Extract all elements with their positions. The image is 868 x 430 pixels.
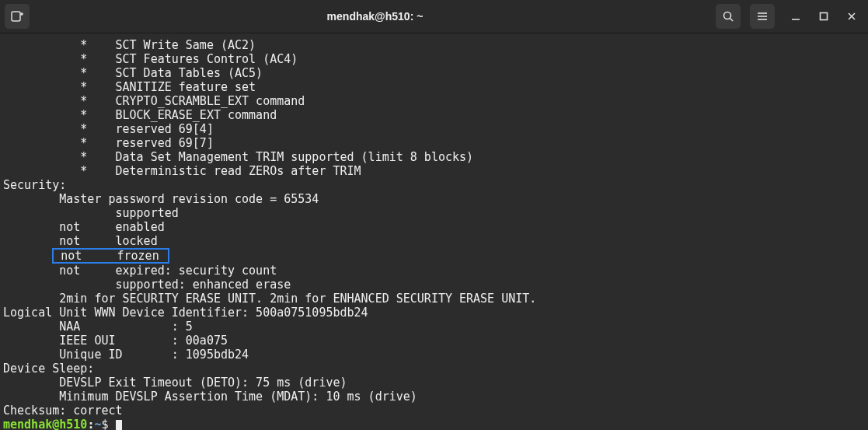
terminal-line: * SCT Write Same (AC2) [3, 38, 865, 52]
prompt-line[interactable]: mendhak@h510:~$ [3, 418, 865, 430]
maximize-button[interactable] [812, 5, 835, 28]
new-tab-button[interactable] [5, 4, 30, 29]
terminal-line: * BLOCK_ERASE_EXT command [3, 108, 865, 122]
terminal-line: Minimum DEVSLP Assertion Time (MDAT): 10… [3, 390, 865, 404]
terminal-line: Master password revision code = 65534 [3, 192, 865, 206]
terminal-line: supported: enhanced erase [3, 278, 865, 292]
terminal-line: * reserved 69[7] [3, 136, 865, 150]
svg-rect-0 [12, 12, 20, 21]
close-icon [847, 12, 856, 21]
search-button[interactable] [716, 4, 741, 29]
terminal-line: * Deterministic read ZEROs after TRIM [3, 164, 865, 178]
terminal-line: * reserved 69[4] [3, 122, 865, 136]
terminal-line: Logical Unit WWN Device Identifier: 500a… [3, 306, 865, 320]
window-title: mendhak@h510: ~ [34, 10, 716, 23]
menu-button[interactable] [750, 4, 775, 29]
prompt-symbol: $ [101, 418, 115, 430]
maximize-icon [819, 12, 828, 21]
terminal-line: Security: [3, 178, 865, 192]
terminal-line: not locked [3, 234, 865, 248]
close-button[interactable] [840, 5, 863, 28]
highlight-box: not frozen [52, 248, 169, 264]
terminal-line: NAA : 5 [3, 320, 865, 334]
terminal-line: 2min for SECURITY ERASE UNIT. 2min for E… [3, 292, 865, 306]
terminal-line: supported [3, 206, 865, 220]
svg-point-3 [724, 12, 731, 19]
minimize-button[interactable] [784, 5, 807, 28]
search-icon [722, 10, 734, 23]
new-tab-icon [10, 9, 24, 23]
terminal-line: not frozen [3, 248, 865, 264]
minimize-icon [791, 12, 800, 21]
terminal-line: Unique ID : 1095bdb24 [3, 348, 865, 362]
terminal-output[interactable]: * SCT Write Same (AC2) * SCT Features Co… [0, 33, 868, 430]
terminal-line: Device Sleep: [3, 362, 865, 376]
svg-line-4 [730, 19, 734, 22]
cursor [116, 420, 122, 430]
terminal-line: Checksum: correct [3, 404, 865, 418]
svg-rect-9 [821, 13, 828, 20]
hamburger-icon [756, 10, 769, 23]
terminal-line: * SCT Features Control (AC4) [3, 52, 865, 66]
prompt-user-host: mendhak@h510 [3, 418, 87, 430]
terminal-line: * CRYPTO_SCRAMBLE_EXT command [3, 94, 865, 108]
terminal-line: DEVSLP Exit Timeout (DETO): 75 ms (drive… [3, 376, 865, 390]
terminal-line: not enabled [3, 220, 865, 234]
terminal-line: IEEE OUI : 00a075 [3, 334, 865, 348]
terminal-line: not expired: security count [3, 264, 865, 278]
titlebar: mendhak@h510: ~ [0, 0, 868, 33]
terminal-line: * SANITIZE feature set [3, 80, 865, 94]
terminal-line: * SCT Data Tables (AC5) [3, 66, 865, 80]
terminal-line: * Data Set Management TRIM supported (li… [3, 150, 865, 164]
